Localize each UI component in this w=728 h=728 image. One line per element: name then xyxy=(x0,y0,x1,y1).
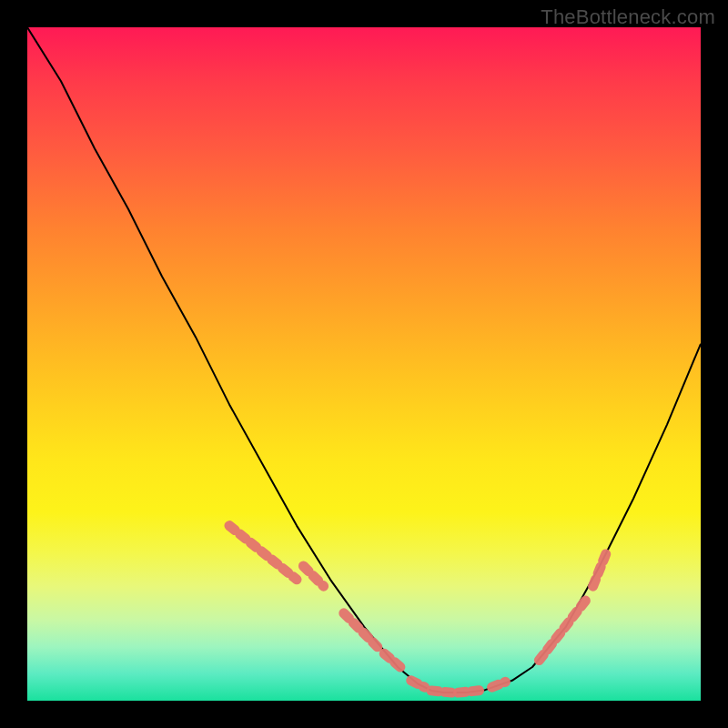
highlight-segment xyxy=(384,653,404,671)
highlight-segment xyxy=(411,681,425,687)
highlight-segment xyxy=(431,691,451,693)
watermark-text: TheBottleneck.com xyxy=(541,5,715,29)
chart-svg xyxy=(27,27,701,701)
plot-area xyxy=(27,27,701,701)
curve-layer xyxy=(27,27,701,693)
highlight-segment xyxy=(492,682,506,687)
highlight-segment xyxy=(459,690,486,693)
chart-frame: TheBottleneck.com xyxy=(0,0,728,728)
highlight-segment xyxy=(593,552,607,586)
highlight-segment xyxy=(303,566,323,586)
highlight-layer xyxy=(229,526,606,693)
highlight-segment xyxy=(539,600,586,661)
bottleneck-curve xyxy=(27,27,701,693)
highlight-segment xyxy=(229,526,297,580)
highlight-segment xyxy=(344,613,378,647)
